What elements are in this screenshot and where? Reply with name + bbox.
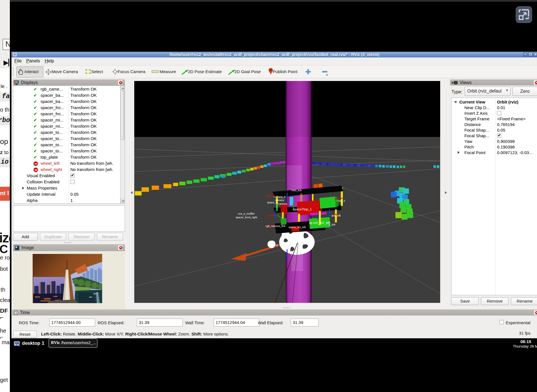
- svg-text:er_ ter: er_ ter: [270, 243, 278, 246]
- svg-text:spaceTtop_1: spaceTtop_1: [293, 208, 312, 211]
- svg-text:space_to: space_to: [267, 201, 278, 204]
- svg-text:spaca_uct_left: spaca_uct_left: [288, 226, 306, 229]
- svg-text:camera: camera: [278, 202, 287, 205]
- svg-text:cea_a_muffler: cea_a_muffler: [238, 212, 255, 215]
- svg-text:r top_3: r top_3: [337, 199, 345, 202]
- svg-text:camera_ri: camera_ri: [274, 195, 285, 198]
- svg-text:spacer_front_right: spacer_front_right: [236, 216, 257, 219]
- svg-text:rgb_camera_link: rgb_camera_link: [266, 224, 285, 227]
- svg-text:a_left: a_left: [329, 223, 335, 226]
- svg-text:hoto_link: hoto_link: [292, 189, 302, 192]
- svg-text:sp cer_to2_left: sp cer_to2_left: [309, 221, 330, 224]
- svg-text:ack_left: ack_left: [332, 214, 341, 217]
